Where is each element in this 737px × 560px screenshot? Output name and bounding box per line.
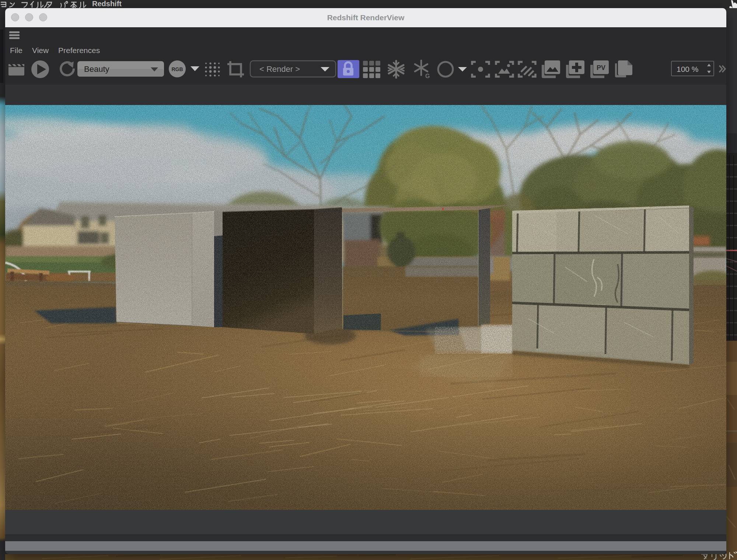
svg-text:PV: PV: [597, 64, 605, 71]
svg-text:G: G: [425, 73, 430, 79]
svg-text:100 %: 100 %: [677, 65, 699, 73]
svg-text:< Render >: < Render >: [259, 64, 300, 74]
svg-text:Beauty: Beauty: [84, 64, 109, 74]
svg-text:RGB: RGB: [171, 66, 183, 72]
svg-text:Redshift: Redshift: [92, 0, 122, 8]
